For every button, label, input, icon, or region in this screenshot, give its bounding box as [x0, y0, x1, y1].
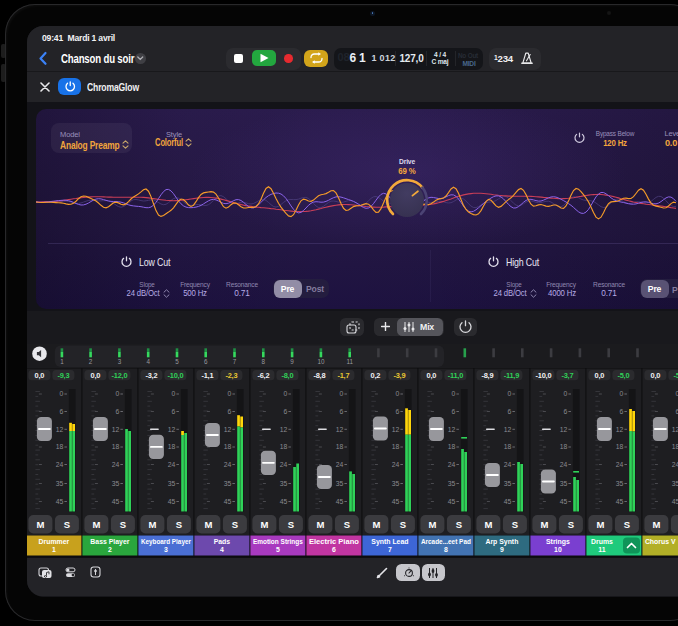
svg-text:11: 11 [346, 357, 353, 364]
svg-text:18: 18 [168, 443, 176, 450]
svg-text:M: M [540, 519, 548, 530]
svg-text:0: 0 [116, 390, 120, 397]
svg-text:-11,9: -11,9 [504, 371, 520, 380]
svg-text:12: 12 [392, 426, 400, 433]
svg-text:-3,7: -3,7 [561, 371, 573, 380]
svg-text:6: 6 [332, 546, 336, 553]
svg-text:S: S [288, 519, 294, 530]
svg-text:35: 35 [224, 480, 232, 487]
svg-text:0: 0 [396, 390, 400, 397]
svg-text:4: 4 [220, 546, 224, 553]
svg-text:0,0: 0,0 [427, 371, 437, 380]
svg-text:Synth Lead: Synth Lead [371, 538, 408, 546]
svg-text:-5,0: -5,0 [617, 371, 629, 380]
svg-text:Electric Piano: Electric Piano [309, 538, 359, 545]
svg-text:24: 24 [504, 461, 512, 468]
svg-text:45: 45 [56, 498, 64, 505]
svg-text:M: M [484, 519, 492, 530]
svg-text:1: 1 [60, 357, 64, 364]
svg-text:6: 6 [228, 408, 232, 415]
svg-text:6: 6 [620, 408, 624, 415]
svg-text:6: 6 [340, 408, 344, 415]
svg-text:0: 0 [452, 390, 456, 397]
svg-text:Drummer: Drummer [39, 538, 70, 545]
svg-text:5: 5 [175, 357, 179, 364]
svg-text:Emotion Strings: Emotion Strings [253, 538, 303, 546]
svg-text:-3,9: -3,9 [393, 371, 405, 380]
svg-text:0,2: 0,2 [371, 371, 381, 380]
svg-text:12: 12 [672, 426, 678, 433]
svg-text:Arcade...eet Pad: Arcade...eet Pad [421, 538, 471, 545]
svg-text:S: S [232, 519, 238, 530]
svg-text:18: 18 [56, 443, 64, 450]
svg-text:18: 18 [448, 443, 456, 450]
svg-text:M: M [596, 519, 604, 530]
svg-text:S: S [344, 519, 350, 530]
svg-text:-10,0: -10,0 [535, 371, 551, 380]
svg-text:35: 35 [168, 480, 176, 487]
svg-text:24: 24 [224, 461, 232, 468]
svg-text:18: 18 [560, 443, 568, 450]
svg-text:S: S [512, 519, 518, 530]
svg-text:Pads: Pads [214, 538, 231, 545]
svg-text:6: 6 [508, 408, 512, 415]
svg-text:11: 11 [598, 546, 605, 553]
svg-text:M: M [372, 519, 380, 530]
svg-text:7: 7 [388, 546, 392, 553]
svg-text:10: 10 [317, 357, 325, 364]
svg-text:0: 0 [564, 390, 568, 397]
svg-text:Drums: Drums [591, 538, 613, 545]
svg-text:9: 9 [500, 546, 504, 553]
svg-text:45: 45 [616, 498, 624, 505]
svg-text:24: 24 [56, 461, 64, 468]
svg-text:18: 18 [280, 443, 288, 450]
svg-text:S: S [120, 519, 126, 530]
svg-text:12: 12 [224, 426, 232, 433]
svg-text:24: 24 [280, 461, 288, 468]
svg-text:Keyboard Player: Keyboard Player [141, 538, 191, 546]
svg-text:24: 24 [392, 461, 400, 468]
svg-text:6: 6 [564, 408, 568, 415]
svg-text:35: 35 [616, 480, 624, 487]
svg-text:S: S [64, 519, 70, 530]
svg-text:4: 4 [146, 357, 150, 364]
svg-text:7: 7 [233, 357, 237, 364]
svg-text:0: 0 [172, 390, 176, 397]
svg-text:9: 9 [290, 357, 294, 364]
svg-text:35: 35 [448, 480, 456, 487]
svg-text:M: M [92, 519, 100, 530]
svg-text:45: 45 [280, 498, 288, 505]
svg-text:-12,0: -12,0 [111, 371, 127, 380]
svg-text:24: 24 [336, 461, 344, 468]
svg-text:45: 45 [168, 498, 176, 505]
svg-text:8: 8 [262, 357, 266, 364]
svg-text:-8,9: -8,9 [481, 371, 493, 380]
svg-text:S: S [176, 519, 182, 530]
svg-text:-11,0: -11,0 [448, 371, 464, 380]
svg-text:0: 0 [228, 390, 232, 397]
svg-text:2: 2 [89, 357, 93, 364]
svg-text:12: 12 [336, 426, 344, 433]
svg-text:12: 12 [112, 426, 120, 433]
svg-text:0,0: 0,0 [651, 371, 661, 380]
svg-text:24: 24 [168, 461, 176, 468]
svg-text:Bass Player: Bass Player [90, 538, 129, 546]
svg-text:Strings: Strings [546, 538, 570, 546]
svg-text:35: 35 [560, 480, 568, 487]
svg-text:Chorus V: Chorus V [645, 538, 676, 545]
svg-text:-6,2: -6,2 [257, 371, 269, 380]
svg-text:45: 45 [448, 498, 456, 505]
svg-text:45: 45 [504, 498, 512, 505]
svg-text:45: 45 [336, 498, 344, 505]
svg-text:24: 24 [112, 461, 120, 468]
svg-text:24: 24 [616, 461, 624, 468]
svg-text:45: 45 [112, 498, 120, 505]
svg-text:0: 0 [284, 390, 288, 397]
svg-text:6: 6 [116, 408, 120, 415]
svg-text:-8,8: -8,8 [313, 371, 325, 380]
svg-text:-3,2: -3,2 [145, 371, 157, 380]
svg-text:M: M [316, 519, 324, 530]
svg-text:18: 18 [616, 443, 624, 450]
svg-text:12: 12 [56, 426, 64, 433]
svg-text:-9,3: -9,3 [57, 371, 69, 380]
